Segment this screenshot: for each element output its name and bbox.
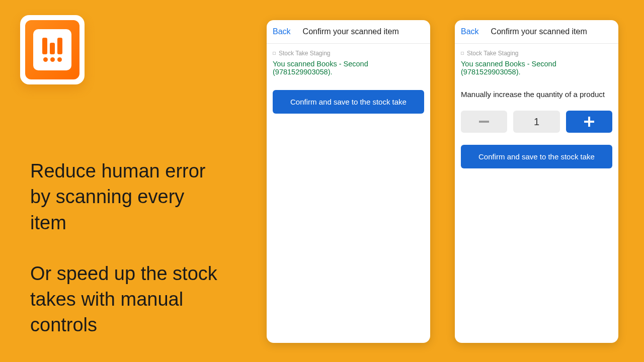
back-button[interactable]: Back	[461, 27, 479, 36]
app-logo	[20, 15, 85, 84]
breadcrumb[interactable]: Stock Take Staging	[461, 50, 612, 57]
breadcrumb-square-icon	[461, 52, 464, 55]
app-logo-inner	[25, 20, 79, 79]
page-title: Confirm your scanned item	[303, 27, 399, 36]
screen-header: Back Confirm your scanned item	[267, 20, 430, 44]
barcode-icon	[33, 29, 71, 71]
minus-icon	[479, 121, 489, 123]
quantity-stepper: 1	[461, 111, 612, 133]
scanned-item-message: You scanned Books - Second (978152990305…	[461, 60, 612, 76]
marketing-line-1: Reduce human error by scanning every ite…	[30, 158, 221, 236]
page-title: Confirm your scanned item	[491, 27, 587, 36]
breadcrumb-label: Stock Take Staging	[279, 50, 331, 57]
back-button[interactable]: Back	[273, 27, 291, 36]
manual-quantity-label: Manually increase the quantity of a prod…	[461, 90, 612, 99]
plus-icon	[584, 117, 594, 127]
phone-screen-simple: Back Confirm your scanned item Stock Tak…	[267, 20, 430, 343]
quantity-value[interactable]: 1	[513, 111, 559, 133]
confirm-save-button[interactable]: Confirm and save to the stock take	[273, 90, 424, 114]
phone-screen-manual: Back Confirm your scanned item Stock Tak…	[455, 20, 618, 343]
quantity-decrease-button[interactable]	[461, 111, 507, 133]
marketing-line-2: Or speed up the stock takes with manual …	[30, 261, 221, 338]
breadcrumb-label: Stock Take Staging	[467, 50, 519, 57]
breadcrumb-square-icon	[273, 52, 276, 55]
breadcrumb[interactable]: Stock Take Staging	[273, 50, 424, 57]
screen-header: Back Confirm your scanned item	[455, 20, 618, 44]
marketing-copy: Reduce human error by scanning every ite…	[30, 158, 221, 362]
scanned-item-message: You scanned Books - Second (978152990305…	[273, 60, 424, 76]
quantity-increase-button[interactable]	[566, 111, 612, 133]
confirm-save-button[interactable]: Confirm and save to the stock take	[461, 145, 612, 168]
